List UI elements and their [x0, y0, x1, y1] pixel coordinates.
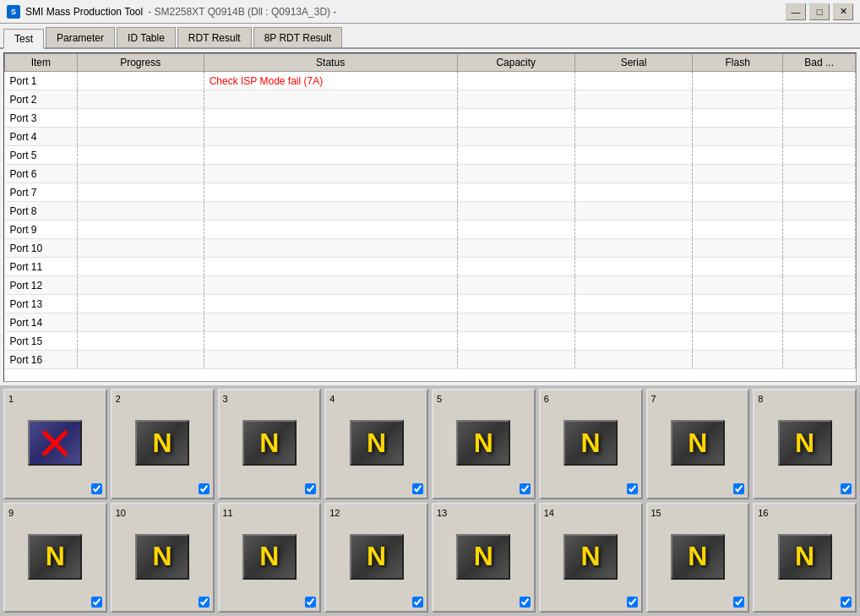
- port-panel-6: 6N: [539, 389, 643, 499]
- cell-progress: [77, 90, 204, 109]
- cell-bad: [783, 221, 856, 239]
- cell-item: Port 12: [5, 276, 78, 295]
- cell-progress: [77, 351, 204, 369]
- tab-8p-rdt-result[interactable]: 8P RDT Result: [253, 27, 343, 47]
- cell-status: Check ISP Mode fail (7A): [204, 72, 457, 90]
- cell-capacity: [457, 72, 574, 90]
- port-checkbox-6[interactable]: [627, 483, 638, 494]
- port-checkbox-14[interactable]: [627, 597, 638, 608]
- title-bar: S SMI Mass Production Tool - SM2258XT Q0…: [0, 0, 860, 24]
- port-num-13: 13: [437, 508, 447, 518]
- cell-flash: [693, 332, 783, 351]
- cell-serial: [574, 221, 692, 239]
- port-checkbox-8[interactable]: [841, 483, 852, 494]
- app-subtitle: - SM2258XT Q0914B (Dll : Q0913A_3D) -: [148, 6, 336, 18]
- port-panel-8: 8N: [753, 389, 857, 499]
- port-icon-1: [28, 420, 82, 466]
- cell-progress: [77, 276, 204, 295]
- maximize-button[interactable]: □: [809, 3, 830, 20]
- port-checkbox-4[interactable]: [412, 483, 423, 494]
- minimize-button[interactable]: —: [786, 3, 806, 20]
- cell-progress: [77, 295, 204, 313]
- cell-progress: [77, 165, 204, 183]
- table-row: Port 8: [5, 202, 856, 221]
- cell-bad: [783, 332, 856, 351]
- table-row: Port 4: [5, 128, 856, 146]
- port-panel-9: 9N: [3, 503, 107, 613]
- cell-serial: [574, 146, 692, 165]
- cell-item: Port 11: [5, 258, 78, 276]
- cell-item: Port 13: [5, 295, 78, 313]
- port-checkbox-12[interactable]: [412, 597, 423, 608]
- port-panel-10: 10N: [111, 503, 215, 613]
- cell-status: [204, 351, 457, 369]
- port-panel-15: 15N: [646, 503, 750, 613]
- port-icon-area-3: N: [223, 406, 317, 481]
- port-num-8: 8: [758, 394, 763, 404]
- port-panel-14: 14N: [539, 503, 643, 613]
- cell-status: [204, 90, 457, 109]
- tab-test[interactable]: Test: [3, 29, 44, 49]
- cell-bad: [783, 72, 856, 90]
- port-icon-area-14: N: [544, 520, 638, 595]
- port-checkbox-1[interactable]: [91, 483, 102, 494]
- port-checkbox-16[interactable]: [841, 597, 852, 608]
- cell-serial: [574, 183, 692, 202]
- port-checkbox-2[interactable]: [199, 483, 210, 494]
- table-row: Port 12: [5, 276, 856, 295]
- cell-status: [204, 221, 457, 239]
- port-checkbox-3[interactable]: [305, 483, 316, 494]
- cell-capacity: [457, 221, 574, 239]
- cell-serial: [574, 72, 692, 90]
- close-button[interactable]: ✕: [833, 3, 853, 20]
- cell-status: [204, 276, 457, 295]
- table-row: Port 1 Check ISP Mode fail (7A): [5, 72, 856, 90]
- port-checkbox-5[interactable]: [520, 483, 531, 494]
- table-header-row: Item Progress Status Capacity Serial Fla…: [5, 54, 856, 72]
- port-icon-area-16: N: [758, 520, 852, 595]
- cell-flash: [693, 90, 783, 109]
- table-row: Port 15: [5, 332, 856, 351]
- port-checkbox-13[interactable]: [520, 597, 531, 608]
- cell-bad: [783, 202, 856, 221]
- port-panel-12: 12N: [324, 503, 428, 613]
- cell-serial: [574, 239, 692, 258]
- table-row: Port 2: [5, 90, 856, 109]
- cell-progress: [77, 128, 204, 146]
- cell-capacity: [457, 295, 574, 313]
- cell-item: Port 7: [5, 183, 78, 202]
- port-checkbox-7[interactable]: [733, 483, 744, 494]
- port-icon-12: N: [350, 534, 404, 580]
- cell-capacity: [457, 258, 574, 276]
- tab-parameter[interactable]: Parameter: [46, 27, 115, 47]
- table-row: Port 7: [5, 183, 856, 202]
- port-icon-11: N: [242, 534, 297, 580]
- tab-id-table[interactable]: ID Table: [117, 27, 176, 47]
- cell-status: [204, 165, 457, 183]
- col-status: Status: [204, 54, 457, 72]
- port-icon-area-4: N: [329, 406, 423, 481]
- cell-item: Port 1: [5, 72, 78, 90]
- port-num-4: 4: [329, 394, 335, 404]
- cell-status: [204, 295, 457, 313]
- cell-status: [204, 183, 457, 202]
- port-icon-13: N: [456, 534, 510, 580]
- port-num-3: 3: [223, 394, 228, 404]
- port-num-7: 7: [651, 394, 656, 404]
- port-checkbox-11[interactable]: [305, 597, 316, 608]
- port-icon-8: N: [778, 420, 832, 466]
- table-row: Port 11: [5, 258, 856, 276]
- tab-rdt-result[interactable]: RDT Result: [177, 27, 252, 47]
- cell-serial: [574, 258, 692, 276]
- cell-flash: [693, 221, 783, 239]
- cell-status: [204, 239, 457, 258]
- port-checkbox-9[interactable]: [91, 597, 102, 608]
- cell-item: Port 9: [5, 221, 78, 239]
- port-checkbox-15[interactable]: [733, 597, 744, 608]
- cell-progress: [77, 221, 204, 239]
- port-icon-7: N: [671, 420, 725, 466]
- cell-bad: [783, 276, 856, 295]
- port-checkbox-10[interactable]: [199, 597, 210, 608]
- ports-table: Item Progress Status Capacity Serial Fla…: [4, 53, 856, 369]
- port-icon-area-9: N: [8, 520, 102, 595]
